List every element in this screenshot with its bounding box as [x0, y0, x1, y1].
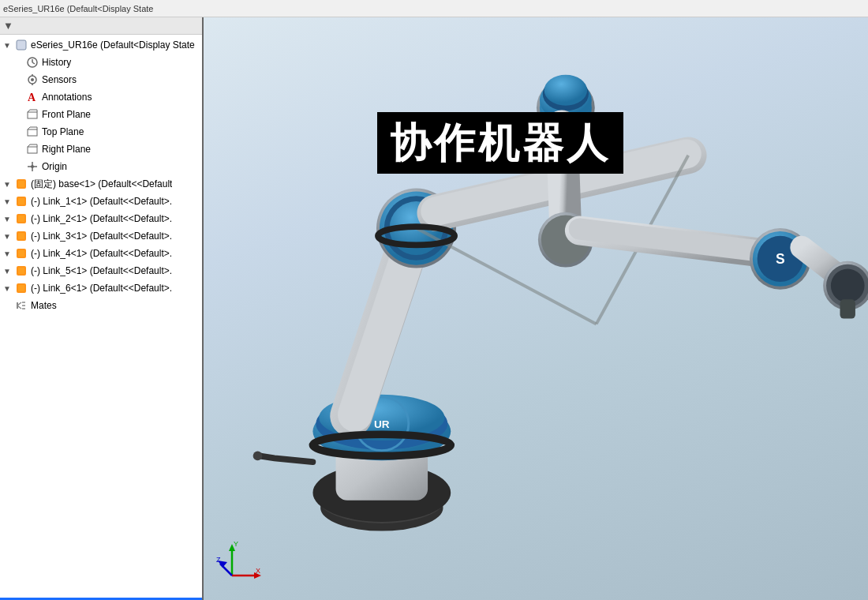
svg-rect-28	[18, 181, 24, 187]
tree-item-label-link2: (-) Link_2<1> (Default<<Default>.	[31, 213, 172, 224]
3d-viewport[interactable]: UR	[204, 17, 868, 600]
svg-rect-79	[840, 299, 855, 318]
tree-item-annotations[interactable]: AAnnotations	[0, 88, 202, 106]
expand-arrow: ▼	[3, 249, 14, 258]
component-icon	[14, 281, 28, 295]
svg-rect-14	[28, 129, 37, 136]
tree-item-label-top-plane: Top Plane	[42, 126, 84, 137]
svg-rect-19	[28, 147, 37, 153]
tree-item-label-link5: (-) Link_5<1> (Default<<Default>.	[31, 265, 172, 276]
tree-item-label-history: History	[42, 57, 71, 68]
tree-item-label-base: (固定) base<1> (Default<<Default	[31, 178, 172, 191]
expand-arrow: ▼	[3, 41, 14, 50]
component-icon	[14, 246, 28, 261]
origin-icon	[25, 159, 39, 174]
svg-text:X: X	[256, 567, 260, 575]
svg-rect-47	[213, 17, 859, 600]
chinese-text-overlay: 协作机器人	[377, 112, 623, 174]
svg-rect-38	[18, 268, 24, 274]
component-icon	[14, 177, 28, 191]
tree-item-label-right-plane: Right Plane	[42, 144, 91, 155]
svg-rect-30	[18, 198, 24, 204]
svg-rect-9	[28, 112, 37, 118]
tree-item-label-front-plane: Front Plane	[42, 109, 91, 120]
component-icon	[14, 212, 28, 226]
tree-item-label-mates: Mates	[31, 300, 57, 311]
tree-item-label-link6: (-) Link_6<1> (Default<<Default>.	[31, 283, 172, 294]
component-icon	[14, 194, 28, 208]
expand-arrow: ▼	[3, 197, 14, 206]
tree-item-link6[interactable]: ▼(-) Link_6<1> (Default<<Default>.	[0, 279, 202, 297]
expand-arrow: ▼	[3, 232, 14, 241]
svg-point-26	[31, 165, 34, 168]
tree-item-label-origin: Origin	[42, 161, 67, 172]
svg-rect-32	[18, 216, 24, 222]
tree-item-label-eseries: eSeries_UR16e (Default<Display State	[31, 39, 195, 51]
component-icon	[14, 264, 28, 278]
sensor-icon	[25, 73, 39, 87]
svg-point-69	[544, 75, 587, 106]
mates-icon	[14, 298, 28, 313]
tree-item-label-link1: (-) Link_1<1> (Default<<Default>.	[31, 196, 172, 207]
tree-item-label-link3: (-) Link_3<1> (Default<<Default>.	[31, 231, 172, 242]
tree-item-link1[interactable]: ▼(-) Link_1<1> (Default<<Default>.	[0, 193, 202, 210]
svg-rect-36	[18, 250, 24, 257]
svg-rect-34	[18, 233, 24, 239]
coordinate-axes: Y X Z	[216, 540, 264, 587]
tree-item-mates[interactable]: Mates	[0, 297, 202, 314]
chinese-label: 协作机器人	[390, 120, 611, 166]
svg-point-58	[253, 452, 263, 461]
tree-item-label-sensors: Sensors	[42, 74, 77, 85]
tree-item-link2[interactable]: ▼(-) Link_2<1> (Default<<Default>.	[0, 210, 202, 227]
tree-item-link3[interactable]: ▼(-) Link_3<1> (Default<<Default>.	[0, 227, 202, 245]
tree-item-label-annotations: Annotations	[42, 92, 92, 103]
svg-text:A: A	[28, 92, 36, 103]
expand-arrow: ▼	[3, 180, 14, 189]
tree-item-link4[interactable]: ▼(-) Link_4<1> (Default<<Default>.	[0, 245, 202, 262]
expand-arrow: ▼	[3, 215, 14, 223]
assembly-icon	[14, 38, 28, 52]
tree-item-label-link4: (-) Link_4<1> (Default<<Default>.	[31, 248, 172, 259]
main-content: ▼ ▼eSeries_UR16e (Default<Display StateH…	[0, 17, 868, 600]
robot-arm-illustration: UR	[204, 17, 868, 600]
panel-header: ▼	[0, 17, 202, 35]
filter-icon[interactable]: ▼	[3, 20, 13, 32]
tree-item-eseries[interactable]: ▼eSeries_UR16e (Default<Display State	[0, 36, 202, 54]
svg-rect-0	[17, 40, 26, 50]
component-icon	[14, 229, 28, 243]
tree-item-top-plane[interactable]: Top Plane	[0, 123, 202, 141]
tree-item-history[interactable]: History	[0, 54, 202, 71]
svg-point-5	[31, 78, 34, 81]
svg-text:S: S	[776, 251, 785, 267]
tree-item-link5[interactable]: ▼(-) Link_5<1> (Default<<Default>.	[0, 262, 202, 279]
feature-tree-panel: ▼ ▼eSeries_UR16e (Default<Display StateH…	[0, 17, 204, 600]
app-title: eSeries_UR16e (Default<Display State	[3, 4, 153, 13]
history-icon	[25, 55, 39, 69]
annotations-icon: A	[25, 90, 39, 104]
plane-icon	[25, 142, 39, 156]
svg-rect-40	[18, 285, 24, 291]
svg-text:Z: Z	[216, 556, 221, 564]
svg-text:Y: Y	[234, 540, 238, 548]
feature-tree[interactable]: ▼eSeries_UR16e (Default<Display StateHis…	[0, 35, 202, 598]
tree-item-sensors[interactable]: Sensors	[0, 71, 202, 88]
plane-icon	[25, 107, 39, 122]
expand-arrow: ▼	[3, 267, 14, 276]
plane-icon	[25, 125, 39, 139]
svg-line-3	[32, 62, 35, 64]
svg-text:UR: UR	[374, 418, 390, 430]
svg-point-78	[831, 269, 865, 303]
tree-item-origin[interactable]: Origin	[0, 158, 202, 175]
tree-item-base[interactable]: ▼(固定) base<1> (Default<<Default	[0, 175, 202, 193]
expand-arrow: ▼	[3, 284, 14, 293]
top-bar: eSeries_UR16e (Default<Display State	[0, 0, 868, 17]
tree-item-front-plane[interactable]: Front Plane	[0, 106, 202, 123]
tree-item-right-plane[interactable]: Right Plane	[0, 141, 202, 158]
